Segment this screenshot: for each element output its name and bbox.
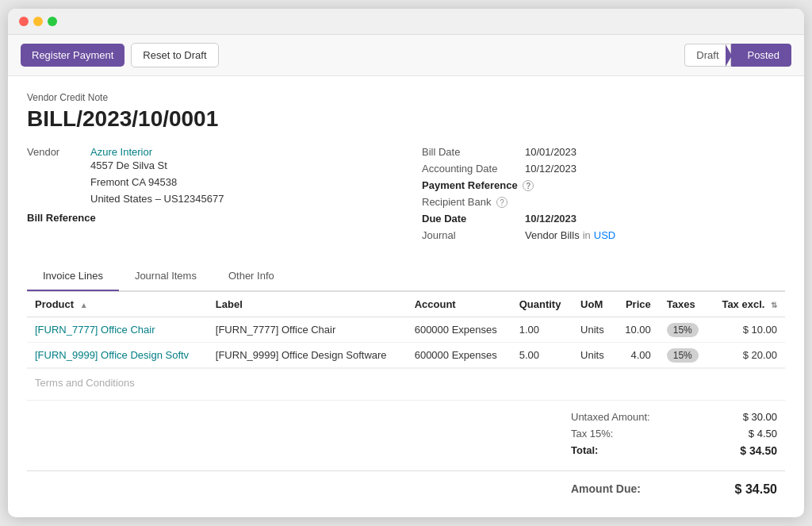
due-date-label: Due Date — [422, 213, 525, 225]
toolbar-actions: Register Payment Reset to Draft — [21, 43, 219, 67]
recipient-bank-help-icon[interactable]: ? — [496, 197, 508, 208]
accounting-date-value[interactable]: 10/12/2023 — [525, 163, 576, 175]
row2-quantity: 5.00 — [511, 343, 573, 368]
journal-in: in — [583, 229, 591, 241]
row1-uom: Units — [573, 317, 615, 343]
register-payment-button[interactable]: Register Payment — [21, 44, 124, 67]
main-content: Vendor Credit Note BILL/2023/10/0001 Ven… — [8, 76, 804, 517]
bill-reference-row: Bill Reference — [27, 212, 390, 224]
table-header-row: Product ▲ Label Account Quantity UoM Pri… — [27, 292, 785, 317]
tab-journal-items[interactable]: Journal Items — [119, 262, 213, 291]
maximize-button[interactable] — [48, 17, 57, 26]
row2-product[interactable]: [FURN_9999] Office Design Softv — [27, 343, 208, 368]
journal-row: Journal Vendor Bills in USD — [422, 229, 785, 241]
col-header-tax-excl: Tax excl. ⇅ — [710, 292, 785, 317]
bill-date-row: Bill Date 10/01/2023 — [422, 146, 785, 158]
payment-reference-help-icon[interactable]: ? — [523, 180, 534, 191]
accounting-date-row: Accounting Date 10/12/2023 — [422, 163, 785, 175]
untaxed-amount-row: Untaxed Amount: $ 30.00 — [571, 409, 777, 425]
row1-tax-badge: 15% — [667, 323, 699, 337]
toolbar: Register Payment Reset to Draft Draft Po… — [8, 35, 804, 76]
main-window: Register Payment Reset to Draft Draft Po… — [8, 9, 804, 517]
vendor-block: Vendor Azure Interior 4557 De Silva St F… — [27, 146, 390, 207]
title-bar — [8, 9, 804, 35]
table-row: [FURN_9999] Office Design Softv [FURN_99… — [27, 343, 785, 368]
bill-reference-label: Bill Reference — [27, 212, 130, 224]
row1-product[interactable]: [FURN_7777] Office Chair — [27, 317, 208, 343]
payment-reference-row: Payment Reference ? — [422, 179, 785, 191]
row1-price: 10.00 — [615, 317, 659, 343]
totals-section: Untaxed Amount: $ 30.00 Tax 15%: $ 4.50 … — [27, 400, 785, 467]
info-grid: Vendor Azure Interior 4557 De Silva St F… — [27, 146, 785, 246]
row2-price: 4.00 — [615, 343, 659, 368]
tab-invoice-lines[interactable]: Invoice Lines — [27, 262, 119, 291]
recipient-bank-label: Recipient Bank ? — [422, 196, 525, 208]
journal-currency-link[interactable]: USD — [594, 229, 615, 241]
recipient-bank-row: Recipient Bank ? — [422, 196, 785, 208]
status-draft[interactable]: Draft — [684, 44, 730, 67]
tab-other-info[interactable]: Other Info — [213, 262, 290, 291]
document-type-label: Vendor Credit Note — [27, 92, 785, 103]
col-header-product: Product ▲ — [27, 292, 208, 317]
row1-quantity: 1.00 — [511, 317, 573, 343]
tax-value: $ 4.50 — [749, 428, 777, 440]
accounting-date-label: Accounting Date — [422, 163, 525, 175]
tax-excl-sort-icon[interactable]: ⇅ — [771, 301, 777, 309]
due-date-row: Due Date 10/12/2023 — [422, 213, 785, 225]
info-right: Bill Date 10/01/2023 Accounting Date 10/… — [422, 146, 785, 246]
row1-label: [FURN_7777] Office Chair — [208, 317, 407, 343]
tabs-container: Invoice Lines Journal Items Other Info — [27, 262, 785, 291]
invoice-lines-table-container: Product ▲ Label Account Quantity UoM Pri… — [27, 291, 785, 501]
row1-account: 600000 Expenses — [407, 317, 511, 343]
vendor-label: Vendor — [27, 146, 90, 207]
vendor-address-line2: Fremont CA 94538 — [90, 175, 224, 191]
untaxed-amount-value: $ 30.00 — [743, 411, 777, 423]
product-sort-icon[interactable]: ▲ — [80, 301, 88, 309]
payment-reference-label: Payment Reference ? — [422, 179, 534, 191]
due-date-value[interactable]: 10/12/2023 — [525, 213, 576, 225]
tax-label: Tax 15%: — [571, 428, 613, 440]
info-left: Vendor Azure Interior 4557 De Silva St F… — [27, 146, 390, 246]
row2-tax-badge: 15% — [667, 348, 699, 363]
untaxed-amount-label: Untaxed Amount: — [571, 411, 650, 423]
status-posted[interactable]: Posted — [731, 44, 791, 67]
minimize-button[interactable] — [33, 17, 43, 26]
amount-due-value: $ 34.50 — [735, 482, 777, 497]
close-button[interactable] — [19, 17, 29, 26]
row1-taxes: 15% — [659, 317, 710, 343]
journal-label: Journal — [422, 229, 525, 241]
vendor-name-link[interactable]: Azure Interior — [90, 146, 224, 158]
bill-date-label: Bill Date — [422, 146, 525, 158]
row2-label: [FURN_9999] Office Design Software — [208, 343, 407, 368]
status-bar: Draft Posted — [684, 44, 791, 67]
reset-to-draft-button[interactable]: Reset to Draft — [131, 43, 218, 67]
amount-due-row: Amount Due: $ 34.50 — [571, 482, 777, 497]
bill-date-value[interactable]: 10/01/2023 — [525, 146, 576, 158]
row2-account: 600000 Expenses — [407, 343, 511, 368]
tax-row: Tax 15%: $ 4.50 — [571, 425, 777, 442]
total-value: $ 34.50 — [740, 444, 777, 457]
col-header-uom: UoM — [573, 292, 615, 317]
row2-tax-excl: $ 20.00 — [710, 343, 785, 368]
col-header-label: Label — [208, 292, 407, 317]
terms-and-conditions[interactable]: Terms and Conditions — [27, 368, 785, 400]
row1-tax-excl: $ 10.00 — [710, 317, 785, 343]
bill-number: BILL/2023/10/0001 — [27, 106, 785, 132]
row2-taxes: 15% — [659, 343, 710, 368]
vendor-address-line1: 4557 De Silva St — [90, 158, 224, 175]
col-header-account: Account — [407, 292, 511, 317]
vendor-address-line3: United States – US12345677 — [90, 191, 224, 208]
col-header-quantity: Quantity — [511, 292, 573, 317]
table-row: [FURN_7777] Office Chair [FURN_7777] Off… — [27, 317, 785, 343]
col-header-price: Price — [615, 292, 659, 317]
amount-due-section: Amount Due: $ 34.50 — [27, 470, 785, 501]
row2-uom: Units — [573, 343, 615, 368]
vendor-details: Azure Interior 4557 De Silva St Fremont … — [90, 146, 224, 207]
total-label: Total: — [571, 444, 598, 457]
total-row: Total: $ 34.50 — [571, 442, 777, 459]
journal-value[interactable]: Vendor Bills — [525, 229, 580, 241]
col-header-taxes: Taxes — [659, 292, 710, 317]
amount-due-label: Amount Due: — [571, 482, 641, 497]
totals-table: Untaxed Amount: $ 30.00 Tax 15%: $ 4.50 … — [571, 409, 777, 459]
invoice-lines-table: Product ▲ Label Account Quantity UoM Pri… — [27, 291, 785, 368]
